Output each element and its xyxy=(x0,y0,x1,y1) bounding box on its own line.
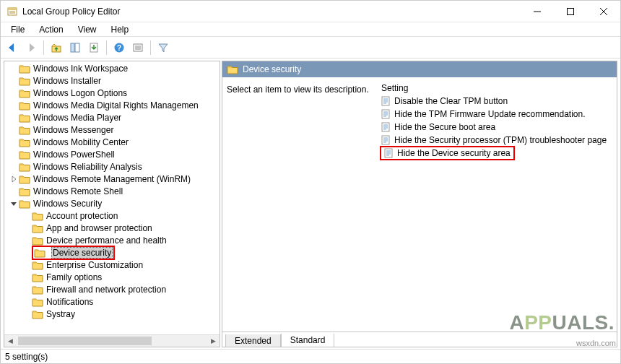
svg-rect-1 xyxy=(8,8,17,10)
chevron-down-icon[interactable] xyxy=(9,199,19,209)
filter-button[interactable] xyxy=(155,39,172,56)
description-column: Select an item to view its description. xyxy=(227,80,371,329)
svg-rect-10 xyxy=(75,43,79,52)
folder-icon xyxy=(32,211,43,221)
settings-column: Setting Disable the Clear TPM buttonHide… xyxy=(378,80,612,329)
tree-item[interactable]: Family options xyxy=(4,271,220,283)
tree-item[interactable]: Windows Logon Options xyxy=(4,87,220,99)
help-button[interactable]: ? xyxy=(110,39,128,56)
setting-item-label: Hide the Secure boot area xyxy=(394,122,495,132)
menu-view[interactable]: View xyxy=(72,25,103,35)
folder-icon xyxy=(19,100,30,110)
tree-item[interactable]: Notifications xyxy=(4,295,220,308)
policy-icon xyxy=(383,147,394,159)
svg-rect-38 xyxy=(385,149,392,157)
tree-item-label: Windows Mobility Center xyxy=(33,137,129,147)
setting-item[interactable]: Hide the Device security area xyxy=(378,147,612,160)
highlight-box: Hide the Device security area xyxy=(380,146,515,160)
tree-item[interactable]: App and browser protection xyxy=(4,222,220,234)
tree-item[interactable]: Device security xyxy=(4,246,220,259)
main-area: Windows Ink WorkspaceWindows InstallerWi… xyxy=(1,58,620,349)
setting-item[interactable]: Hide the TPM Firmware Update recommendat… xyxy=(378,108,612,121)
details-tabs: Extended Standard xyxy=(222,332,617,347)
folder-icon xyxy=(32,272,43,282)
highlight-box: Device security xyxy=(32,246,115,260)
tree-item[interactable]: Windows Media Player xyxy=(4,111,220,124)
window-title: Local Group Policy Editor xyxy=(22,6,120,17)
folder-icon xyxy=(32,309,43,319)
folder-icon xyxy=(19,76,30,86)
settings-column-header[interactable]: Setting xyxy=(378,82,612,95)
tree-item[interactable]: Windows Remote Shell xyxy=(4,185,220,197)
menu-action[interactable]: Action xyxy=(33,25,69,35)
tab-standard[interactable]: Standard xyxy=(281,334,335,347)
menubar: File Action View Help xyxy=(1,22,620,37)
tree-item-label: Account protection xyxy=(46,211,118,221)
folder-icon xyxy=(34,248,45,258)
toolbar-separator xyxy=(150,40,151,55)
details-header-title: Device security xyxy=(243,64,301,74)
tree-item[interactable]: Enterprise Customization xyxy=(4,259,220,271)
svg-rect-33 xyxy=(382,136,389,144)
forward-button[interactable] xyxy=(22,39,40,56)
minimize-button[interactable] xyxy=(521,1,554,22)
tree-item[interactable]: Windows Remote Management (WinRM) xyxy=(4,173,220,185)
folder-icon xyxy=(227,64,238,74)
close-button[interactable] xyxy=(587,1,620,22)
tree-item-label: Windows Installer xyxy=(33,76,101,86)
tree-item-label: Device performance and health xyxy=(46,235,167,246)
export-list-button[interactable] xyxy=(85,39,103,56)
settings-list: Disable the Clear TPM buttonHide the TPM… xyxy=(378,95,612,160)
tree-item-label: App and browser protection xyxy=(46,223,152,233)
folder-icon xyxy=(19,162,30,172)
up-button[interactable] xyxy=(48,39,65,56)
back-button[interactable] xyxy=(4,39,21,56)
tree-item[interactable]: Windows Messenger xyxy=(4,124,220,136)
setting-item-label: Hide the Device security area xyxy=(397,148,511,158)
folder-icon xyxy=(32,297,43,307)
menu-file[interactable]: File xyxy=(5,25,30,35)
folder-icon xyxy=(19,174,30,184)
tree-item[interactable]: Windows Ink Workspace xyxy=(4,62,220,74)
tree-item-label: Windows Media Player xyxy=(33,113,121,123)
folder-icon xyxy=(32,235,43,246)
tree-item[interactable]: Windows Mobility Center xyxy=(4,136,220,148)
tree-item[interactable]: Windows Installer xyxy=(4,74,220,87)
policy-icon xyxy=(380,121,391,133)
tree-item[interactable]: Windows Security xyxy=(4,197,220,209)
properties-button[interactable] xyxy=(129,39,147,56)
tree-item[interactable]: Windows Reliability Analysis xyxy=(4,160,220,173)
setting-item-label: Hide the Security processor (TPM) troubl… xyxy=(394,135,607,145)
show-hide-button[interactable] xyxy=(66,39,84,56)
folder-icon xyxy=(32,260,43,270)
tree-item-label: Windows Reliability Analysis xyxy=(33,162,142,172)
policy-icon xyxy=(380,134,391,146)
titlebar: Local Group Policy Editor xyxy=(1,1,620,22)
svg-rect-18 xyxy=(382,97,389,105)
folder-icon xyxy=(19,150,30,160)
setting-item[interactable]: Disable the Clear TPM button xyxy=(378,95,612,108)
tree-item[interactable]: Firewall and network protection xyxy=(4,283,220,295)
tree-item-label: Systray xyxy=(46,309,75,319)
tree-item[interactable]: Windows PowerShell xyxy=(4,148,220,160)
tree-scrollbar-horizontal[interactable]: ◀ ▶ xyxy=(4,334,220,347)
tree[interactable]: Windows Ink WorkspaceWindows InstallerWi… xyxy=(4,61,220,321)
toolbar-separator xyxy=(106,40,107,55)
tree-item-label: Windows Remote Management (WinRM) xyxy=(33,174,191,184)
chevron-right-icon[interactable] xyxy=(9,174,19,184)
tree-item[interactable]: Windows Media Digital Rights Managemen xyxy=(4,99,220,111)
maximize-button[interactable] xyxy=(554,1,587,22)
tab-extended[interactable]: Extended xyxy=(225,334,281,347)
setting-item-label: Disable the Clear TPM button xyxy=(394,96,508,106)
setting-item[interactable]: Hide the Security processor (TPM) troubl… xyxy=(378,134,612,147)
svg-rect-23 xyxy=(382,110,389,118)
policy-icon xyxy=(380,108,391,120)
setting-item[interactable]: Hide the Secure boot area xyxy=(378,121,612,134)
tree-item[interactable]: Systray xyxy=(4,308,220,320)
tree-item-label: Windows Ink Workspace xyxy=(33,64,128,74)
tree-item-label: Windows Security xyxy=(33,199,102,209)
tree-item[interactable]: Device performance and health xyxy=(4,234,220,246)
tree-item[interactable]: Account protection xyxy=(4,209,220,222)
description-text: Select an item to view its description. xyxy=(227,84,369,95)
menu-help[interactable]: Help xyxy=(105,25,135,35)
